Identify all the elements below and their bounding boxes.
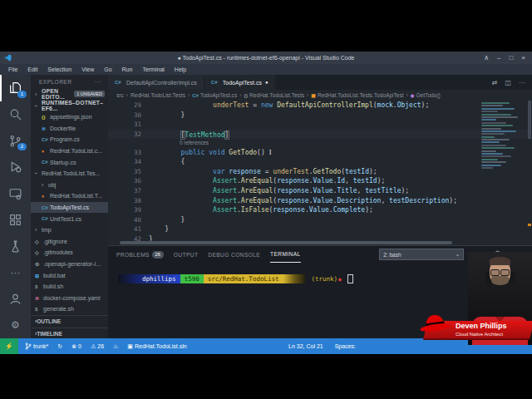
tree-item-generate-sh[interactable]: $generate.sh [31, 303, 108, 315]
status-sync[interactable]: ↻ [57, 343, 62, 350]
file-label: build.sh [43, 283, 63, 289]
activity-testing-icon[interactable] [0, 233, 31, 259]
tree-item-obj[interactable]: ›obj [31, 180, 108, 191]
breadcrumb-item[interactable]: RedHat.TodoList.Tests.TodoApiTest [318, 92, 404, 98]
breadcrumb-item[interactable]: GetTodo() [416, 92, 440, 98]
menu-selection[interactable]: Selection [42, 66, 76, 72]
status-git-branch[interactable]: trunk* [25, 342, 48, 350]
breadcrumb-separator: › [239, 92, 241, 98]
menu-view[interactable]: View [76, 66, 99, 72]
maximize-button[interactable]: □ [509, 54, 513, 62]
remote-indicator[interactable]: ⚡ [0, 338, 18, 354]
breadcrumb-item[interactable]: RedHat.TodoList.Tests [249, 92, 304, 98]
presenter-beard [491, 276, 509, 285]
codelens-references[interactable]: 0 references [108, 139, 532, 147]
status-cursor-position[interactable]: Ln 32, Col 21 [288, 343, 323, 349]
breadcrumb-item[interactable]: RedHat.TodoList.Tests [131, 92, 185, 98]
breadcrumb-item[interactable]: src [116, 92, 124, 98]
editor-tab-todoapitest-cs[interactable]: C#TodoApiTest.cs● [204, 75, 276, 90]
menu-help[interactable]: Help [170, 66, 191, 72]
tree-item-program-cs[interactable]: C#Program.cs [31, 134, 108, 145]
panel-tab-debug-console[interactable]: DEBUG CONSOLE [208, 246, 260, 263]
section-outline[interactable]: ›OUTLINE [31, 315, 108, 328]
menu-bar: FileEditSelectionViewGoRunTerminalHelp [0, 64, 532, 75]
tree-item-docker-compose-yaml[interactable]: ≋docker-compose.yaml [31, 293, 108, 304]
minimap[interactable] [481, 102, 526, 170]
tree-item-build-sh[interactable]: $build.sh [31, 281, 108, 293]
menu-edit[interactable]: Edit [22, 66, 42, 72]
breadcrumb-separator: › [126, 92, 128, 98]
sidebar-more-actions[interactable]: ··· [95, 79, 101, 85]
status-errors[interactable]: ⊗0 [71, 343, 81, 350]
code-line-38: 38 Assert.AreEqual(response.Value.Descri… [108, 195, 532, 205]
headphone-right [510, 272, 515, 285]
activity-account-icon[interactable] [0, 286, 31, 313]
menu-go[interactable]: Go [99, 66, 116, 72]
activity-source-control-icon[interactable]: 2 [0, 127, 31, 154]
open-editors-section[interactable]: › OPEN EDITO... 1 UNSAVED [31, 88, 108, 100]
status-solution[interactable]: ▣RedHat.TodoList.sln [127, 343, 186, 350]
activity-settings-icon[interactable]: ⚙ [0, 312, 31, 338]
terminal-shell-select[interactable]: 2: bash ⌄ [379, 249, 464, 260]
workspace-root-folder[interactable]: › RUNTIMES–DOTNET–EF6... [31, 100, 108, 111]
tree-item-dockerfile[interactable]: ≋Dockerfile [31, 123, 108, 135]
code-editor[interactable]: 29 underTest = new DefaultApiControllerI… [108, 101, 532, 245]
code-line-36: 36 Assert.AreEqual(response.Value.Id, te… [108, 176, 532, 186]
breadcrumb-item[interactable]: TodoApiTest.cs [200, 92, 237, 98]
menu-terminal[interactable]: Terminal [137, 66, 169, 72]
status-indentation[interactable]: Spaces: [335, 343, 356, 349]
mouse-ibeam-cursor: I [269, 148, 272, 156]
file-label: docker-compose.yaml [43, 295, 100, 301]
section-timeline[interactable]: ›TIMELINE [31, 328, 108, 338]
panel-tab-terminal[interactable]: TERMINAL [270, 246, 301, 263]
split-editor-icon[interactable]: ◫ [505, 79, 511, 86]
status-warnings[interactable]: ⚠26 [91, 343, 104, 350]
activity-extensions-icon[interactable] [0, 207, 31, 234]
open-changes-icon[interactable]: ⇄ [492, 79, 498, 86]
tree-item-redhat-todolist-t-[interactable]: ♦RedHat.TodoList.T... [31, 190, 108, 202]
editor-vertical-scrollbar[interactable] [528, 101, 531, 139]
file-label: appsettings.json [50, 114, 92, 120]
file-label: RedHat.TodoList.T... [50, 193, 102, 199]
close-button[interactable]: × [521, 54, 525, 62]
dirty-indicator[interactable]: ● [265, 80, 268, 85]
tree-item--openapi-generator-i-[interactable]: ⚙.openapi-generator-i... [31, 259, 108, 270]
more-actions-icon[interactable]: ··· [519, 79, 525, 86]
tree-item--gitignore[interactable]: ◇.gitignore [31, 236, 108, 248]
restore-button[interactable]: ∧ [484, 54, 489, 62]
editor-tab-defaultapicontrollerimpl-cs[interactable]: C#DefaultApiControllerImpl.cs [108, 75, 204, 90]
code-text: public void GetTodo()I [149, 148, 272, 156]
panel-tab-output[interactable]: OUTPUT [174, 246, 199, 263]
file-label: TodoApiTest.cs [50, 204, 89, 210]
activity-run-debug-icon[interactable] [0, 154, 31, 180]
line-number: 40 [108, 216, 149, 224]
minimize-button[interactable]: – [497, 54, 500, 62]
menu-file[interactable]: File [3, 66, 22, 72]
activity-more-icon[interactable]: ··· [0, 259, 31, 286]
editor-tab-bar: C#DefaultApiControllerImpl.csC#TodoApiTe… [108, 75, 532, 90]
tree-item-appsettings-json[interactable]: {}appsettings.json [31, 111, 108, 123]
tree-item-redhat-todolist-c-[interactable]: ♦RedHat.TodoList.c... [31, 145, 108, 157]
panel-tab-problems[interactable]: PROBLEMS26 [116, 246, 164, 263]
editor-horizontal-scrollbar[interactable] [120, 241, 452, 244]
activity-explorer-icon[interactable]: 1 [0, 75, 31, 101]
flame-file-icon: ♦ [42, 194, 50, 199]
tree-item-redhat-todolist-tes-[interactable]: ›RedHat.TodoList.Tes... [31, 168, 108, 180]
tree-item-startup-cs[interactable]: C#Startup.cs [31, 156, 108, 168]
shell-select-value: 2: bash [383, 252, 401, 258]
menu-run[interactable]: Run [117, 66, 138, 72]
tree-item-tmp[interactable]: ›tmp [31, 224, 108, 236]
code-line-34: 34 { [108, 157, 532, 167]
activity-remote-explorer-icon[interactable] [0, 180, 31, 207]
tree-item-unittest1-cs[interactable]: C#UnitTest1.cs [31, 213, 108, 224]
badge: 2 [17, 143, 27, 150]
tree-item-build-bat[interactable]: ⊞build.bat [31, 269, 108, 281]
status-flame[interactable]: ♨ [113, 343, 118, 350]
cs-file-icon: C# [42, 160, 50, 165]
breadcrumb[interactable]: src›RedHat.TodoList.Tests›C#TodoApiTest.… [108, 90, 532, 101]
cs-file-icon: C# [211, 80, 219, 85]
tree-item-todoapitest-cs[interactable]: C#TodoApiTest.cs [31, 202, 108, 214]
tree-item--gitmodules[interactable]: ◇.gitmodules [31, 247, 108, 259]
activity-search-icon[interactable] [0, 101, 31, 128]
code-line-29: 29 underTest = new DefaultApiControllerI… [108, 101, 532, 111]
